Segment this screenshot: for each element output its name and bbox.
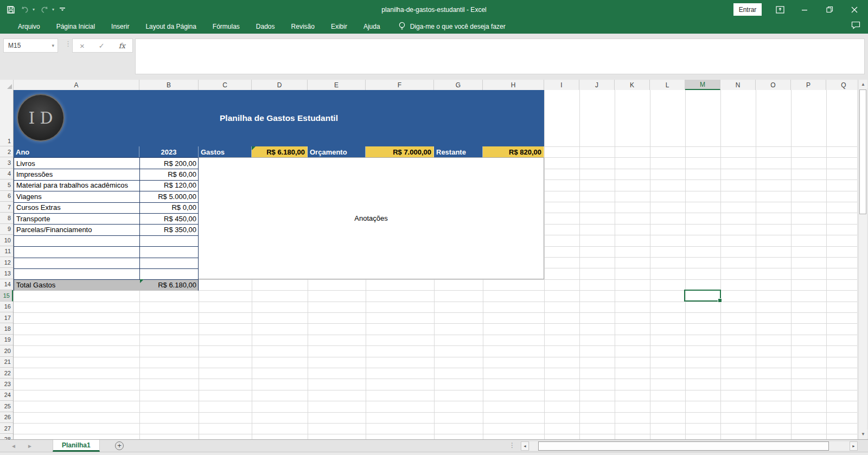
cell-B7[interactable]: R$ 0,00 [140,202,198,213]
save-icon[interactable] [7,5,15,14]
row-header-6[interactable]: 6 [0,191,13,202]
scroll-left-icon[interactable]: ◄ [521,441,529,451]
tell-me-box[interactable]: Diga-me o que você deseja fazer [398,22,506,31]
column-header-C[interactable]: C [199,80,252,90]
row-header-2[interactable]: 2 [0,146,13,157]
row-header-14[interactable]: 14 [0,279,13,290]
row-header-23[interactable]: 23 [0,379,13,389]
cell-B11[interactable] [140,246,198,257]
cell-B12[interactable] [140,258,198,268]
ribbon-tab-layout-da-p-gina[interactable]: Layout da Página [137,19,204,34]
annotations-cell[interactable]: Anotações [199,157,544,279]
sheet-grid[interactable]: ID Planilha de Gastos Estudantil Ano2023… [0,90,857,439]
cancel-icon[interactable]: × [80,41,85,50]
cell-A11[interactable] [14,246,139,257]
redo-icon[interactable] [40,6,49,14]
column-header-M[interactable]: M [685,80,720,90]
column-header-O[interactable]: O [756,80,791,90]
row-header-3[interactable]: 3 [0,157,13,168]
column-header-F[interactable]: F [366,80,434,90]
insert-function-icon[interactable]: fx [119,42,125,50]
cell-A9[interactable]: Parcelas/Financiamento [14,224,139,235]
column-header-B[interactable]: B [139,80,199,90]
ribbon-tab-f-rmulas[interactable]: Fórmulas [205,19,248,34]
sheet-tab-planilha1[interactable]: Planilha1 [53,440,100,452]
row-header-4[interactable]: 4 [0,169,13,180]
row-header-19[interactable]: 19 [0,335,13,345]
formula-input[interactable] [135,39,865,74]
column-header-E[interactable]: E [308,80,366,90]
ribbon-tab-inserir[interactable]: Inserir [103,19,137,34]
cell-B3[interactable]: R$ 200,00 [140,158,198,169]
scroll-up-icon[interactable]: ▲ [859,80,867,88]
column-header-I[interactable]: I [544,80,579,90]
column-header-J[interactable]: J [579,80,615,90]
column-header-G[interactable]: G [434,80,483,90]
cell-H2-restante-value[interactable]: R$ 820,00 [483,146,544,158]
comment-icon[interactable] [851,21,860,29]
horizontal-scrollbar-thumb[interactable] [538,441,829,451]
restore-button[interactable] [820,0,839,19]
cell-A8[interactable]: Transporte [14,213,139,224]
minimize-button[interactable] [795,0,814,19]
cell-F2-orcamento-value[interactable]: R$ 7.000,00 [366,146,434,158]
row-header-12[interactable]: 12 [0,257,13,268]
undo-icon[interactable] [20,6,30,14]
cell-D2-gastos-value[interactable]: R$ 6.180,00 [252,146,308,158]
next-sheet-icon[interactable]: ► [27,440,33,452]
select-all-button[interactable] [0,80,14,90]
ribbon-tab-dados[interactable]: Dados [248,19,283,34]
cell-B4[interactable]: R$ 60,00 [140,169,198,180]
selected-cell-M15[interactable] [684,290,721,302]
cell-A4[interactable]: Impressões [14,169,139,180]
scroll-down-icon[interactable]: ▼ [859,430,867,438]
row-header-10[interactable]: 10 [0,235,13,246]
row-header-24[interactable]: 24 [0,390,13,401]
row-header-21[interactable]: 21 [0,357,13,368]
column-header-Q[interactable]: Q [826,80,857,90]
customize-qat-icon[interactable] [59,7,66,13]
row-header-20[interactable]: 20 [0,345,13,356]
cell-A12[interactable] [14,258,139,268]
cell-G2-restante-label[interactable]: Restante [434,146,483,158]
row-header-9[interactable]: 9 [0,224,13,235]
close-button[interactable] [845,0,864,19]
cell-A13[interactable] [14,268,139,279]
undo-caret-icon[interactable]: ▾ [33,7,35,12]
row-header-18[interactable]: 18 [0,323,13,334]
column-header-H[interactable]: H [483,80,544,90]
row-header-5[interactable]: 5 [0,180,13,190]
fill-handle[interactable] [718,298,722,303]
cell-A3[interactable]: Livros [14,158,139,169]
row-header-27[interactable]: 27 [0,423,13,434]
column-header-P[interactable]: P [791,80,826,90]
cell-A14-total-label[interactable]: Total Gastos [14,279,139,290]
cell-A10[interactable] [14,235,139,246]
previous-sheet-icon[interactable]: ◄ [11,440,16,452]
cell-A5[interactable]: Material para trabalhos acadêmicos [14,180,139,191]
row-header-1[interactable]: 1 [0,90,13,146]
cell-B13[interactable] [140,268,198,279]
ribbon-tab-ajuda[interactable]: Ajuda [355,19,388,34]
cell-B2-year[interactable]: 2023 [139,146,199,158]
cell-A6[interactable]: Viagens [14,191,139,202]
ribbon-tab-arquivo[interactable]: Arquivo [10,19,48,34]
column-header-A[interactable]: A [14,80,139,90]
row-header-28[interactable]: 28 [0,434,13,439]
row-header-7[interactable]: 7 [0,202,13,213]
cell-B8[interactable]: R$ 450,00 [140,213,198,224]
tab-scroll-splitter[interactable]: ⋮ [509,441,515,449]
name-box[interactable]: M15 ▾ [3,39,58,53]
row-header-13[interactable]: 13 [0,268,13,279]
column-header-L[interactable]: L [650,80,685,90]
row-header-17[interactable]: 17 [0,312,13,323]
column-header-N[interactable]: N [720,80,756,90]
scroll-right-icon[interactable]: ► [850,441,858,451]
enter-icon[interactable]: ✓ [99,42,105,50]
row-header-15[interactable]: 15 [0,290,13,301]
cell-C2-gastos-label[interactable]: Gastos [199,146,252,158]
row-header-8[interactable]: 8 [0,213,13,223]
sign-in-button[interactable]: Entrar [733,3,762,16]
ribbon-tab-p-gina-inicial[interactable]: Página Inicial [48,19,103,34]
ribbon-tab-revis-o[interactable]: Revisão [283,19,323,34]
